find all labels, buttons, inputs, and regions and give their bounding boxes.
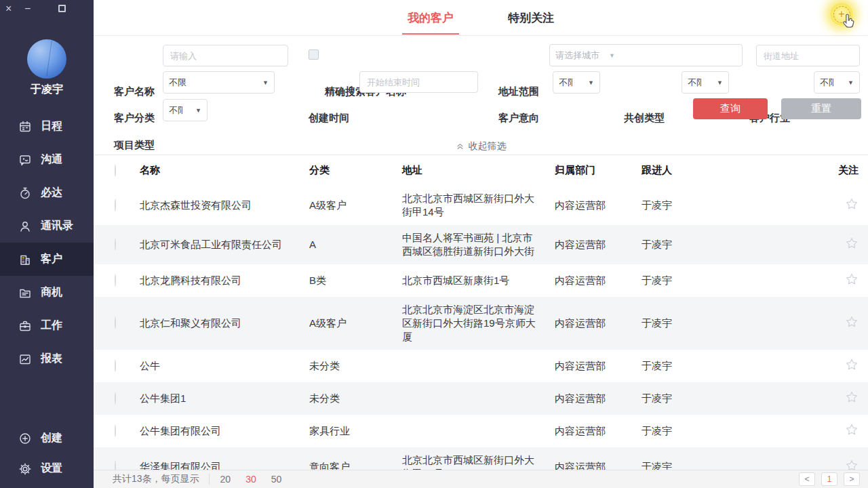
cell-category: A级客户: [304, 297, 397, 350]
sidebar-item-settings[interactable]: 设置: [0, 453, 94, 484]
avatar[interactable]: [27, 39, 66, 79]
star-icon[interactable]: [845, 427, 859, 439]
table-row[interactable]: 华泽集团有限公司 意向客户 北京北京市西城区新街口外大街甲14号 内容运营部 于…: [94, 447, 868, 470]
pagination-bar: 共计13条，每页显示 20 30 50 < 1 >: [94, 470, 868, 488]
category-label: 客户分类: [114, 112, 155, 124]
table-row[interactable]: 公牛集团有限公司 家具行业 内容运营部 于凌宇: [94, 415, 868, 447]
row-radio[interactable]: [115, 424, 116, 437]
row-radio[interactable]: [115, 238, 116, 251]
sidebar-item-label: 创建: [41, 431, 62, 445]
row-radio[interactable]: [115, 460, 116, 470]
cell-dept: 内容运营部: [549, 447, 636, 470]
sidebar-item-label: 沟通: [41, 152, 62, 167]
row-radio[interactable]: [115, 317, 116, 329]
cell-category: 未分类: [304, 350, 397, 382]
star-icon[interactable]: [845, 463, 859, 470]
app-window: × − 于凌宇 日程 沟通 必达 通讯录: [0, 0, 868, 488]
address-range-label: 地址范围: [498, 85, 539, 98]
table-row[interactable]: 北京可米食品工业有限责任公司 A 中国名人将军书画苑 | 北京市西城区德胜街道新…: [94, 225, 868, 264]
project-type-select[interactable]: 不限▼: [163, 99, 208, 121]
sidebar-item-contacts[interactable]: 通讯录: [0, 209, 94, 243]
row-radio[interactable]: [115, 199, 116, 211]
sidebar-item-reports[interactable]: 报表: [0, 342, 94, 375]
table-row[interactable]: 北京杰森世投资有限公司 A级客户 北京北京市西城区新街口外大街甲14号 内容运营…: [94, 186, 868, 225]
select-all-radio[interactable]: [115, 164, 116, 177]
tab-special-follow[interactable]: 特别关注: [507, 7, 555, 28]
tab-my-customers[interactable]: 我的客户: [406, 7, 455, 28]
header-star: 关注: [827, 155, 868, 186]
row-radio[interactable]: [115, 392, 116, 405]
customer-name-input[interactable]: [163, 45, 288, 66]
star-icon[interactable]: [845, 394, 859, 406]
industry-select[interactable]: 不限▼: [814, 71, 860, 94]
create-time-input[interactable]: [359, 71, 478, 93]
cell-name: 北京杰森世投资有限公司: [134, 186, 304, 225]
cell-address: 北京北京市海淀区北京市海淀区新街口外大街路19号京师大厦: [397, 297, 549, 350]
cell-address: [397, 382, 549, 415]
chevron-double-up-icon: [456, 142, 465, 150]
next-page-button[interactable]: >: [844, 472, 860, 486]
total-count-text: 共计13条，每页显示: [113, 473, 199, 485]
table-row[interactable]: 北京龙腾科技有限公司 B类 北京市西城区新康街1号 内容运营部 于凌宇: [94, 264, 868, 297]
star-icon[interactable]: [845, 319, 859, 331]
chevron-down-icon: ▼: [605, 52, 615, 59]
sidebar-item-opportunities[interactable]: 商机: [0, 276, 94, 309]
page-number-button[interactable]: 1: [821, 472, 837, 486]
table-row[interactable]: 北京仁和聚义有限公司 A级客户 北京北京市海淀区北京市海淀区新街口外大街路19号…: [94, 297, 868, 350]
maximize-icon[interactable]: [58, 5, 66, 12]
row-radio[interactable]: [115, 359, 116, 372]
table-row[interactable]: 公牛 未分类 内容运营部 于凌宇: [94, 350, 868, 382]
sidebar-item-label: 设置: [41, 462, 62, 476]
cell-category: B类: [304, 264, 397, 297]
gear-icon: [18, 462, 32, 476]
row-radio[interactable]: [115, 274, 116, 287]
sidebar-item-communication[interactable]: 沟通: [0, 143, 94, 176]
sidebar-item-customers[interactable]: 客户: [0, 243, 94, 276]
page-size-20[interactable]: 20: [220, 474, 231, 485]
filter-panel: 客户名称 精确搜索客户名称 地址范围 请选择城市▼ 客户分类 不限▼ 创建时间 …: [94, 36, 868, 138]
search-button[interactable]: 查询: [693, 98, 768, 119]
building-icon: [18, 253, 32, 266]
sidebar-item-work[interactable]: 工作: [0, 309, 94, 342]
cell-name: 公牛集团1: [134, 382, 304, 415]
minimize-icon[interactable]: −: [24, 3, 31, 15]
page-size-30[interactable]: 30: [245, 474, 256, 485]
cell-name: 华泽集团有限公司: [134, 447, 304, 470]
cell-address: 中国名人将军书画苑 | 北京市西城区德胜街道新街口外大街: [397, 225, 549, 264]
table-header-row: 名称 分类 地址 归属部门 跟进人 关注: [94, 155, 868, 186]
add-customer-button[interactable]: +: [830, 3, 856, 30]
pager: < 1 >: [799, 472, 860, 486]
star-icon[interactable]: [845, 201, 859, 213]
cell-dept: 内容运营部: [549, 297, 636, 350]
page-size-50[interactable]: 50: [271, 474, 282, 485]
header-follower: 跟进人: [636, 155, 827, 186]
header-dept: 归属部门: [549, 155, 636, 186]
sidebar-item-create[interactable]: 创建: [0, 423, 94, 453]
cocreate-select[interactable]: 不限▼: [682, 71, 729, 94]
sidebar-item-label: 日程: [41, 119, 62, 134]
cell-category: A: [304, 225, 397, 264]
sidebar-item-bida[interactable]: 必达: [0, 176, 94, 209]
prev-page-button[interactable]: <: [799, 472, 815, 486]
star-icon[interactable]: [845, 277, 859, 288]
reset-button[interactable]: 重置: [781, 98, 861, 119]
street-address-input[interactable]: [756, 45, 860, 66]
exact-search-checkbox[interactable]: [309, 49, 319, 60]
intent-select[interactable]: 不限▼: [553, 71, 600, 94]
cell-address: [397, 415, 549, 447]
close-icon[interactable]: ×: [5, 3, 12, 15]
city-select[interactable]: 请选择城市▼: [549, 44, 743, 66]
cell-follower: 于凌宇: [636, 382, 827, 415]
category-select[interactable]: 不限▼: [163, 71, 275, 94]
cell-name: 北京仁和聚义有限公司: [134, 297, 304, 350]
collapse-filter-link[interactable]: 收起筛选: [94, 138, 868, 155]
star-icon[interactable]: [845, 241, 859, 252]
customer-table: 名称 分类 地址 归属部门 跟进人 关注 北京杰森世投资有限公司 A级客户 北京…: [94, 155, 868, 470]
chat-icon: [18, 153, 32, 167]
star-icon[interactable]: [845, 362, 859, 373]
table-row[interactable]: 公牛集团1 未分类 内容运营部 于凌宇: [94, 382, 868, 415]
cell-category: 家具行业: [304, 415, 397, 447]
sidebar-item-schedule[interactable]: 日程: [0, 110, 94, 143]
user-name: 于凌宇: [0, 83, 94, 97]
intent-label: 客户意向: [498, 112, 539, 124]
